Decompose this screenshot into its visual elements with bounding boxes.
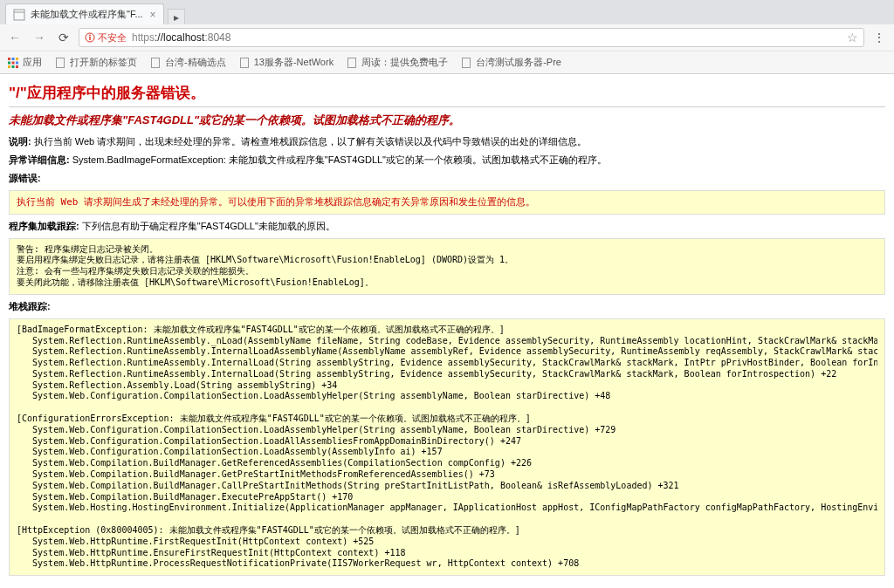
svg-rect-0 [14, 10, 24, 20]
bookmark-item[interactable]: 台湾-精确选点 [149, 56, 226, 69]
bookmark-label: 台湾测试服务器-Pre [476, 56, 561, 69]
bind-log-box: 警告: 程序集绑定日志记录被关闭。 要启用程序集绑定失败日志记录，请将注册表值 … [9, 238, 885, 295]
svg-rect-4 [89, 37, 90, 40]
back-button[interactable]: ← [5, 28, 24, 47]
svg-rect-8 [8, 61, 10, 64]
svg-rect-17 [348, 58, 356, 67]
page-icon [346, 57, 358, 69]
bookmark-item[interactable]: 13服务器-NetWork [238, 56, 334, 69]
exception-details-label: 异常详细信息: [9, 154, 70, 165]
new-tab-button[interactable]: ▸ [168, 9, 185, 24]
bookmark-label: 周读：提供免费电子 [361, 56, 448, 69]
page-favicon [13, 9, 25, 21]
bookmark-label: 台湾-精确选点 [165, 56, 226, 69]
address-bar[interactable]: 不安全 https://localhost:8048 ☆ [79, 28, 864, 47]
svg-rect-11 [8, 65, 10, 68]
apps-label: 应用 [23, 56, 42, 69]
url-host: ://localhost [155, 31, 204, 44]
source-error-box: 执行当前 Web 请求期间生成了未经处理的异常。可以使用下面的异常堆栈跟踪信息确… [9, 190, 885, 215]
svg-rect-15 [152, 58, 160, 67]
source-error-label: 源错误: [9, 173, 41, 183]
svg-rect-9 [12, 61, 15, 64]
svg-rect-12 [12, 65, 15, 68]
description-para: 说明: 执行当前 Web 请求期间，出现未经处理的异常。请检查堆栈跟踪信息，以了… [9, 135, 885, 148]
error-subheading: 未能加载文件或程序集"FAST4GDLL"或它的某一个依赖项。试图加载格式不正确… [9, 113, 885, 128]
apps-shortcut[interactable]: 应用 [7, 56, 42, 69]
url-port: :8048 [204, 31, 230, 44]
divider [9, 106, 885, 107]
url-scheme: https [132, 31, 155, 44]
tab-strip: 未能加载文件或程序集"F... × ▸ [0, 0, 894, 24]
svg-point-3 [89, 35, 91, 37]
description-text: 执行当前 Web 请求期间，出现未经处理的异常。请检查堆栈跟踪信息，以了解有关该… [31, 136, 588, 147]
exception-details-para: 异常详细信息: System.BadImageFormatException: … [9, 154, 885, 167]
stack-trace-label-para: 堆栈跟踪: [9, 300, 885, 313]
assembly-trace-label: 程序集加载跟踪: [9, 221, 79, 231]
menu-button[interactable]: ⋮ [870, 28, 889, 47]
bookmark-item[interactable]: 打开新的标签页 [54, 56, 137, 69]
svg-rect-13 [16, 65, 18, 68]
error-heading: "/"应用程序中的服务器错误。 [9, 83, 885, 103]
svg-rect-14 [57, 58, 65, 67]
bookmark-item[interactable]: 台湾测试服务器-Pre [460, 56, 561, 69]
svg-rect-16 [240, 58, 248, 67]
bookmark-label: 13服务器-NetWork [254, 56, 334, 69]
insecure-label: 不安全 [98, 31, 127, 44]
insecure-badge: 不安全 [85, 31, 127, 44]
reload-button[interactable]: ⟳ [54, 28, 73, 47]
source-error-text: 执行当前 Web 请求期间生成了未经处理的异常。可以使用下面的异常堆栈跟踪信息确… [17, 196, 535, 208]
stack-trace-box: [BadImageFormatException: 未能加载文件或程序集"FAS… [9, 318, 885, 577]
svg-rect-7 [16, 58, 18, 60]
stack-trace-label: 堆栈跟踪: [9, 301, 51, 311]
bookmarks-bar: 应用 打开新的标签页 台湾-精确选点 13服务器-NetWork 周读：提供免费… [0, 51, 894, 73]
error-page: "/"应用程序中的服务器错误。 未能加载文件或程序集"FAST4GDLL"或它的… [0, 74, 894, 588]
browser-tab[interactable]: 未能加载文件或程序集"F... × [5, 3, 164, 24]
bind-log-text: 警告: 程序集绑定日志记录被关闭。 要启用程序集绑定失败日志记录，请将注册表值 … [17, 244, 877, 289]
source-error-label-para: 源错误: [9, 172, 885, 185]
page-icon [460, 57, 472, 69]
info-icon [85, 32, 95, 43]
browser-chrome: 未能加载文件或程序集"F... × ▸ ← → ⟳ 不安全 https://lo… [0, 0, 894, 74]
bookmark-item[interactable]: 周读：提供免费电子 [346, 56, 448, 69]
assembly-trace-para: 程序集加载跟踪: 下列信息有助于确定程序集"FAST4GDLL"未能加载的原因。 [9, 220, 885, 233]
tab-close-icon[interactable]: × [150, 10, 156, 20]
forward-button[interactable]: → [30, 28, 49, 47]
svg-rect-6 [12, 58, 15, 60]
bookmark-label: 打开新的标签页 [70, 56, 137, 69]
svg-rect-10 [16, 61, 18, 64]
exception-details-text: System.BadImageFormatException: 未能加载文件或程… [70, 154, 607, 165]
svg-rect-18 [463, 58, 471, 67]
svg-rect-5 [8, 58, 10, 60]
stack-trace-text: [BadImageFormatException: 未能加载文件或程序集"FAS… [17, 325, 877, 571]
page-icon [149, 57, 162, 69]
description-label: 说明: [9, 136, 31, 147]
page-icon [54, 57, 66, 69]
address-bar-row: ← → ⟳ 不安全 https://localhost:8048 ☆ ⋮ [0, 24, 894, 51]
apps-icon [7, 57, 19, 69]
tab-title: 未能加载文件或程序集"F... [31, 8, 143, 21]
assembly-trace-text: 下列信息有助于确定程序集"FAST4GDLL"未能加载的原因。 [79, 221, 335, 231]
bookmark-star-icon[interactable]: ☆ [847, 31, 858, 44]
page-icon [238, 57, 251, 69]
